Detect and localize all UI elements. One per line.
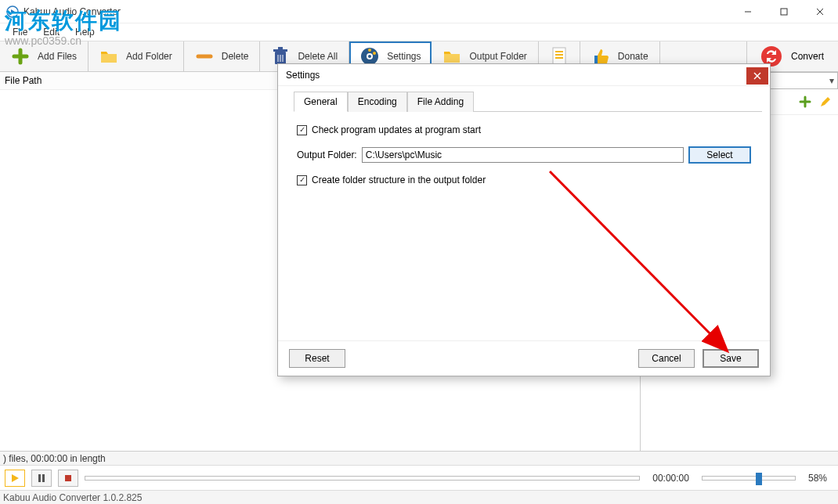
add-preset-button[interactable] xyxy=(797,94,813,110)
chevron-down-icon: ▾ xyxy=(829,75,834,86)
menu-edit[interactable]: Edit xyxy=(35,25,67,39)
pause-button[interactable] xyxy=(31,470,52,487)
volume-thumb[interactable] xyxy=(756,473,762,485)
window-title: Kabuu Audio Converter xyxy=(23,6,121,17)
menubar: File Edit Help xyxy=(0,23,838,41)
edit-preset-button[interactable] xyxy=(818,94,833,110)
check-updates-row[interactable]: ✓ Check program updates at program start xyxy=(297,124,751,135)
svg-rect-19 xyxy=(553,48,565,65)
create-structure-row[interactable]: ✓ Create folder structure in the output … xyxy=(297,175,751,185)
maximize-button[interactable] xyxy=(766,0,802,23)
tab-file-adding[interactable]: File Adding xyxy=(407,92,474,112)
stop-button[interactable] xyxy=(58,470,78,487)
output-folder-row: Output Folder: Select xyxy=(297,146,751,164)
output-folder-input[interactable] xyxy=(362,147,684,163)
checkbox-check-updates[interactable]: ✓ xyxy=(297,125,307,135)
volume-pct: 58% xyxy=(802,473,833,484)
volume-slider[interactable] xyxy=(702,476,796,481)
dialog-titlebar: Settings xyxy=(278,64,770,86)
svg-rect-18 xyxy=(444,54,460,63)
svg-rect-25 xyxy=(65,475,71,481)
dialog-buttons: Reset Cancel Save xyxy=(278,340,770,376)
menu-help[interactable]: Help xyxy=(67,25,103,39)
minus-icon xyxy=(195,47,214,66)
transport-bar: 00:00:00 58% xyxy=(0,465,838,490)
dialog-tabs: General Encoding File Adding xyxy=(294,91,762,112)
close-button[interactable] xyxy=(802,0,838,23)
check-updates-label: Check program updates at program start xyxy=(312,124,481,135)
status-text: ) files, 00:00:00 in length xyxy=(3,453,106,464)
delete-button[interactable]: Delete xyxy=(184,41,261,71)
settings-dialog: Settings General Encoding File Adding ✓ … xyxy=(277,63,771,376)
svg-rect-5 xyxy=(101,54,117,63)
titlebar: Kabuu Audio Converter xyxy=(0,0,838,23)
tab-content-general: ✓ Check program updates at program start… xyxy=(278,112,770,340)
version-label: Kabuu Audio Converter 1.0.2.825 xyxy=(3,492,142,503)
svg-point-16 xyxy=(368,49,371,52)
svg-rect-2 xyxy=(781,9,787,15)
tab-encoding[interactable]: Encoding xyxy=(348,92,407,112)
time-display: 00:00:00 xyxy=(646,473,695,484)
select-folder-button[interactable]: Select xyxy=(688,146,751,164)
svg-point-15 xyxy=(368,55,371,58)
svg-rect-9 xyxy=(278,47,283,49)
tab-general[interactable]: General xyxy=(294,92,348,112)
save-button[interactable]: Save xyxy=(703,349,759,368)
add-files-label: Add Files xyxy=(38,51,77,62)
donate-label: Donate xyxy=(618,51,648,62)
add-folder-button[interactable]: Add Folder xyxy=(88,41,184,71)
footer-bar: Kabuu Audio Converter 1.0.2.825 xyxy=(0,490,838,504)
reset-button[interactable]: Reset xyxy=(289,349,345,368)
create-structure-label: Create folder structure in the output fo… xyxy=(312,175,486,185)
svg-rect-23 xyxy=(38,474,41,482)
dialog-close-button[interactable] xyxy=(746,67,768,85)
svg-rect-8 xyxy=(273,49,287,52)
menu-file[interactable]: File xyxy=(5,25,35,39)
status-bar: ) files, 00:00:00 in length xyxy=(0,451,838,465)
dialog-title: Settings xyxy=(286,70,320,81)
convert-label: Convert xyxy=(791,51,824,62)
cancel-button[interactable]: Cancel xyxy=(638,349,695,368)
settings-label: Settings xyxy=(387,51,421,62)
app-icon xyxy=(6,5,19,18)
window-controls xyxy=(730,0,838,23)
output-folder-label: Output Folder xyxy=(469,51,526,62)
delete-label: Delete xyxy=(222,51,249,62)
plus-icon xyxy=(11,47,30,66)
play-button[interactable] xyxy=(5,470,25,487)
progress-slider[interactable] xyxy=(85,476,640,481)
delete-all-label: Delete All xyxy=(298,51,338,62)
add-files-button[interactable]: Add Files xyxy=(0,41,88,71)
output-folder-label: Output Folder: xyxy=(297,149,357,160)
checkbox-create-structure[interactable]: ✓ xyxy=(297,175,307,185)
folder-icon xyxy=(99,47,118,66)
minimize-button[interactable] xyxy=(730,0,766,23)
svg-point-17 xyxy=(373,52,376,55)
svg-rect-24 xyxy=(42,474,45,482)
add-folder-label: Add Folder xyxy=(126,51,172,62)
